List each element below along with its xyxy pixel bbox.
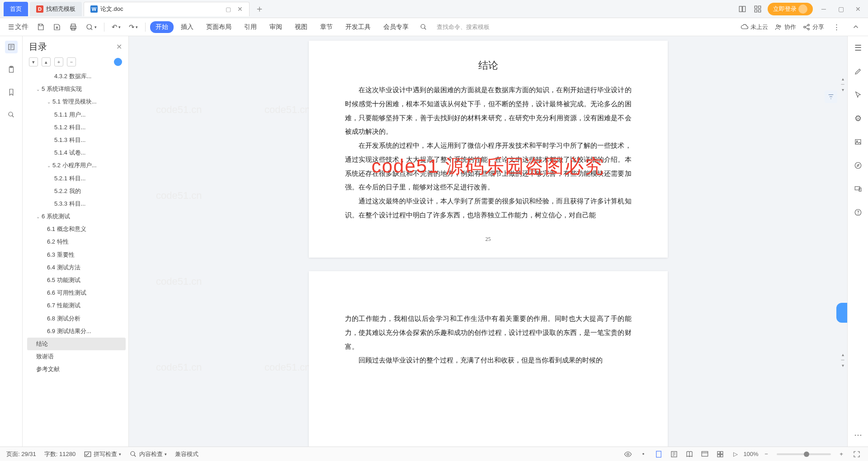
page-indicator[interactable]: 页面: 29/31 — [6, 450, 36, 458]
outline-item[interactable]: 5.1.2 科目... — [27, 121, 126, 134]
outline-item[interactable]: 6.5 功能测试 — [27, 274, 126, 287]
outline-item[interactable]: 6.4 测试方法 — [27, 261, 126, 274]
web-view-icon[interactable] — [700, 449, 710, 459]
compat-mode[interactable]: 兼容模式 — [175, 450, 198, 458]
outline-item[interactable]: 5.1.3 科目... — [27, 134, 126, 146]
close-icon[interactable]: ✕ — [237, 5, 243, 13]
login-button[interactable]: 立即登录 — [768, 3, 813, 15]
outline-icon[interactable] — [5, 41, 18, 53]
ribbon-tab-0[interactable]: 开始 — [150, 21, 174, 33]
ribbon-tab-7[interactable]: 开发工具 — [340, 21, 376, 33]
read-view-icon[interactable] — [684, 449, 694, 459]
dot-icon[interactable]: • — [638, 449, 648, 459]
word-count[interactable]: 字数: 11280 — [44, 450, 75, 458]
menu-icon[interactable]: ☰ — [852, 42, 864, 54]
export-icon[interactable] — [50, 21, 64, 33]
outline-item[interactable]: 5.2.1 科目... — [27, 172, 126, 185]
outline-item[interactable]: 6.6 可用性测试 — [27, 287, 126, 299]
chevron-down-icon[interactable]: ⌄ — [36, 214, 41, 220]
undo-icon[interactable]: ↶▾ — [109, 21, 123, 33]
redo-icon[interactable]: ↷▾ — [126, 21, 141, 33]
outline-item[interactable]: ⌄5.1 管理员模块... — [27, 95, 126, 108]
minimize-button[interactable]: ─ — [817, 3, 830, 15]
panel-close-icon[interactable]: ✕ — [116, 42, 122, 51]
content-check-button[interactable]: 内容检查 ▾ — [129, 450, 167, 458]
outline-item[interactable]: 致谢语 — [27, 350, 126, 363]
close-button[interactable]: ✕ — [852, 3, 864, 15]
outline-item[interactable]: 6.7 性能测试 — [27, 299, 126, 312]
edit-icon[interactable] — [852, 65, 864, 78]
image-icon[interactable] — [852, 136, 864, 148]
collapse-ribbon-icon[interactable] — [849, 21, 863, 33]
ribbon-tab-3[interactable]: 引用 — [239, 21, 262, 33]
tab-document[interactable]: W 论文.doc ▢ ✕ — [84, 2, 250, 16]
outline-item[interactable]: 4.3.2 数据库... — [27, 70, 126, 83]
outline-item[interactable]: 5.2.2 我的 — [27, 185, 126, 198]
outline-item[interactable]: 6.8 测试分析 — [27, 312, 126, 325]
collapse-all-icon[interactable]: ▾ — [29, 57, 38, 66]
menu-button[interactable]: ☰ 文件 — [5, 21, 31, 33]
page-view-icon[interactable] — [654, 449, 664, 459]
search-placeholder[interactable]: 查找命令、搜索模板 — [437, 23, 490, 31]
outline-item[interactable]: 6.2 特性 — [27, 235, 126, 248]
preview-icon[interactable]: ▾ — [83, 21, 99, 33]
outline-item[interactable]: 5.1.4 试卷... — [27, 146, 126, 159]
ruler-icon[interactable]: ▷ — [731, 449, 741, 459]
tab-template[interactable]: D 找稻壳模板 — [30, 2, 82, 16]
side-handle-icon[interactable] — [836, 303, 847, 323]
zoom-in-icon[interactable]: + — [836, 449, 846, 459]
document-area[interactable]: code51.cn code51.cn code51.cn code51.cn … — [129, 36, 847, 447]
zoom-label[interactable]: 100% — [746, 449, 756, 459]
ribbon-tab-6[interactable]: 章节 — [315, 21, 338, 33]
bookmark-icon[interactable] — [5, 86, 18, 99]
maximize-button[interactable]: ▢ — [835, 3, 847, 15]
search-icon[interactable] — [417, 21, 430, 33]
outline-item[interactable]: 6.9 测试结果分... — [27, 325, 126, 338]
chevron-down-icon[interactable]: ⌄ — [47, 163, 52, 169]
outline-item[interactable]: 5.3.3 科目... — [27, 198, 126, 210]
presentation-icon[interactable]: ▢ — [226, 6, 231, 13]
outline-item[interactable]: 6.3 重要性 — [27, 249, 126, 261]
spellcheck-button[interactable]: 拼写检查 ▾ — [84, 450, 121, 458]
filter-icon[interactable] — [825, 90, 837, 103]
save-icon[interactable] — [34, 21, 47, 33]
ribbon-tab-4[interactable]: 审阅 — [264, 21, 288, 33]
chevron-down-icon[interactable]: ⌄ — [47, 99, 52, 105]
clipboard-icon[interactable] — [5, 63, 18, 76]
help-icon[interactable] — [852, 206, 864, 219]
share-button[interactable]: 分享 — [802, 23, 824, 31]
search-rail-icon[interactable] — [5, 108, 18, 121]
new-tab-button[interactable]: ＋ — [255, 3, 264, 15]
add-heading-icon[interactable]: + — [54, 57, 63, 66]
more-tools-icon[interactable]: ⋯ — [852, 428, 864, 441]
ribbon-tab-5[interactable]: 视图 — [289, 21, 313, 33]
ribbon-tab-1[interactable]: 插入 — [175, 21, 199, 33]
tab-home[interactable]: 首页 — [4, 2, 28, 16]
eye-icon[interactable] — [623, 449, 633, 459]
outline-item[interactable]: ⌄5 系统详细实现 — [27, 83, 126, 95]
outline-view-icon[interactable] — [669, 449, 679, 459]
fullscreen-icon[interactable] — [852, 449, 862, 459]
chevron-down-icon[interactable]: ⌄ — [36, 86, 41, 93]
outline-item[interactable]: 结论 — [27, 338, 126, 350]
cloud-status[interactable]: 未上云 — [741, 23, 768, 31]
more-icon[interactable]: ⋮ — [830, 21, 843, 33]
settings-icon[interactable]: ⚙ — [852, 112, 864, 125]
layout-icon[interactable] — [737, 4, 748, 14]
outline-item[interactable]: ⌄6 系统测试 — [27, 210, 126, 223]
outline-item[interactable]: 参考文献 — [27, 363, 126, 376]
compass-icon[interactable] — [852, 159, 864, 172]
zoom-out-icon[interactable]: − — [761, 449, 771, 459]
ribbon-tab-2[interactable]: 页面布局 — [201, 21, 237, 33]
outline-item[interactable]: 6.1 概念和意义 — [27, 223, 126, 235]
zoom-slider[interactable] — [777, 453, 831, 455]
outline-item[interactable]: 5.1.1 用户... — [27, 108, 126, 121]
grid-icon[interactable] — [715, 449, 725, 459]
print-icon[interactable] — [66, 21, 80, 33]
cursor-icon[interactable] — [852, 89, 864, 101]
apps-icon[interactable] — [752, 4, 763, 14]
expand-all-icon[interactable]: ▴ — [42, 57, 51, 66]
sync-badge-icon[interactable] — [114, 58, 122, 66]
collab-button[interactable]: 协作 — [774, 23, 796, 31]
remove-heading-icon[interactable]: − — [67, 57, 76, 66]
